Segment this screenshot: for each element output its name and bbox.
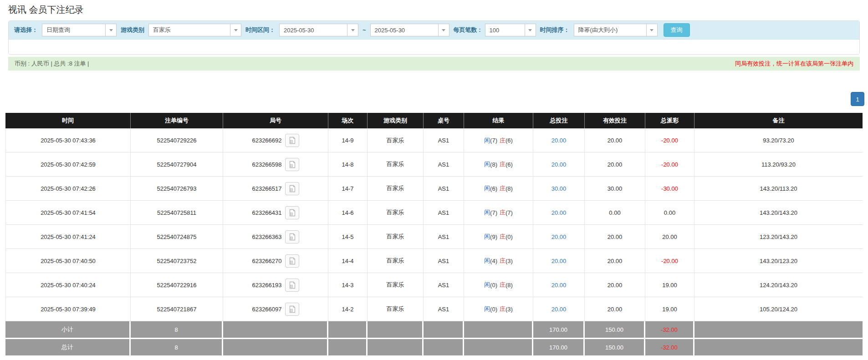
cell-bet-id: 522540721867 [131,297,223,321]
cell-table-no: AS1 [424,152,464,176]
round-id-text: 623266363 [252,233,281,240]
cell-round-id: 623266431 [223,201,328,224]
table-row: 2025-05-30 07:41:54 522540725811 6232664… [5,201,863,225]
round-video-button[interactable] [285,230,299,243]
table-row: 2025-05-30 07:43:36 522540729226 6232666… [5,128,863,152]
result-player-score: (0) [490,282,497,289]
cell-total-bet: 20.00 [533,249,585,273]
column-header: 有效投注 [585,113,645,128]
result-banker-label: 庄 [500,208,505,217]
round-video-button[interactable] [285,134,299,147]
caret-down-icon[interactable] [438,24,449,36]
summary-bar: 币别 : 人民币 | 总共 :8 注单 | 同局有效投注，统一计算在该局第一张注… [8,57,860,71]
result-player-label: 闲 [484,305,490,313]
total-bet-link[interactable]: 20.00 [551,137,567,144]
date-from-picker[interactable]: 2025-05-30 [279,24,358,36]
round-video-button[interactable] [285,303,299,316]
summary-empty-cell [694,339,863,355]
summary-payout: -32.00 [645,339,694,355]
summary-empty-cell [694,321,863,338]
query-type-select[interactable]: 日期查询 [42,24,117,36]
table-summary-row: 总计 8 170.00 150.00 -32.00 [5,339,863,355]
cell-bet-id: 522540725811 [131,201,223,224]
video-record-icon [288,137,296,144]
summary-count: 8 [131,321,223,338]
table-row: 2025-05-30 07:40:24 522540722916 6232661… [5,273,863,297]
caret-down-icon[interactable] [347,24,358,36]
cell-total-bet: 20.00 [533,152,585,176]
result-player-score: (7) [490,209,497,216]
total-bet-link[interactable]: 20.00 [551,258,567,264]
round-video-button[interactable] [285,206,299,219]
result-player-label: 闲 [484,233,490,241]
filter-panel: 请选择： 日期查询 游戏类别 百家乐 时间区间： 2025-05-30 ~ 20… [8,20,860,55]
filter-bar: 请选择： 日期查询 游戏类别 百家乐 时间区间： 2025-05-30 ~ 20… [9,21,859,40]
result-banker-label: 庄 [500,281,505,289]
sort-order-value: 降幂(由大到小) [574,24,647,36]
result-player-score: (6) [490,185,497,192]
round-video-button[interactable] [285,158,299,171]
cell-table-no: AS1 [424,297,464,321]
sort-order-select[interactable]: 降幂(由大到小) [574,24,658,36]
result-banker-label: 庄 [500,184,505,193]
cell-round-id: 623266598 [223,152,328,176]
cell-game-type: 百家乐 [368,249,424,273]
total-bet-link[interactable]: 20.00 [551,161,567,168]
cell-time: 2025-05-30 07:41:24 [5,225,131,248]
result-banker-score: (3) [505,258,513,264]
cell-round-id: 623266097 [223,297,328,321]
total-bet-link[interactable]: 20.00 [551,209,567,216]
caret-down-icon[interactable] [230,24,241,36]
cell-valid-bet: 20.00 [585,273,645,297]
cell-total-bet: 20.00 [533,225,585,248]
search-button[interactable]: 查询 [664,23,690,37]
total-bet-link[interactable]: 20.00 [551,282,567,289]
summary-empty-cell [424,339,464,355]
cell-session: 14-2 [328,297,368,321]
page-1-button[interactable]: 1 [851,92,864,106]
caret-down-icon[interactable] [525,24,536,36]
cell-game-type: 百家乐 [368,129,424,152]
currency-total-text: 币别 : 人民币 | 总共 :8 注单 | [15,60,89,68]
video-record-icon [288,209,296,217]
cell-table-no: AS1 [424,201,464,224]
time-range-label: 时间区间： [245,26,275,34]
total-bet-link[interactable]: 20.00 [551,306,567,313]
round-video-button[interactable] [285,279,299,292]
total-bet-link[interactable]: 30.00 [551,185,567,192]
game-type-select[interactable]: 百家乐 [148,24,241,36]
cell-bet-id: 522540727904 [131,152,223,176]
result-player-score: (4) [490,258,497,264]
cell-payout: -20.00 [645,249,694,273]
cell-time: 2025-05-30 07:43:36 [5,129,131,152]
notice-text: 同局有效投注，统一计算在该局第一张注单内 [735,60,853,68]
caret-down-icon[interactable] [105,24,117,36]
round-video-button[interactable] [285,254,299,268]
cell-table-no: AS1 [424,249,464,273]
round-video-button[interactable] [285,182,299,195]
cell-remark: 93.20/73.20 [694,129,863,152]
cell-total-bet: 20.00 [533,201,585,224]
cell-valid-bet: 20.00 [585,225,645,248]
cell-game-type: 百家乐 [368,177,424,200]
result-player-score: (0) [490,306,497,313]
date-to-picker[interactable]: 2025-05-30 [370,24,449,36]
result-banker-score: (6) [505,161,513,168]
result-player-label: 闲 [484,208,490,217]
cell-table-no: AS1 [424,273,464,297]
cell-table-no: AS1 [424,225,464,248]
round-id-text: 623266692 [252,137,281,144]
cell-game-type: 百家乐 [368,297,424,321]
cell-payout: 19.00 [645,273,694,297]
video-record-icon [288,281,296,289]
result-banker-score: (6) [505,137,513,144]
column-header: 备注 [694,113,863,128]
caret-down-icon[interactable] [646,24,658,36]
column-header: 总派彩 [645,113,694,128]
total-bet-link[interactable]: 20.00 [551,233,567,240]
summary-valid-bet: 150.00 [585,339,645,355]
cell-game-type: 百家乐 [368,225,424,248]
date-from-value: 2025-05-30 [279,24,347,36]
page-size-select[interactable]: 100 [485,24,536,36]
cell-round-id: 623266270 [223,249,328,273]
